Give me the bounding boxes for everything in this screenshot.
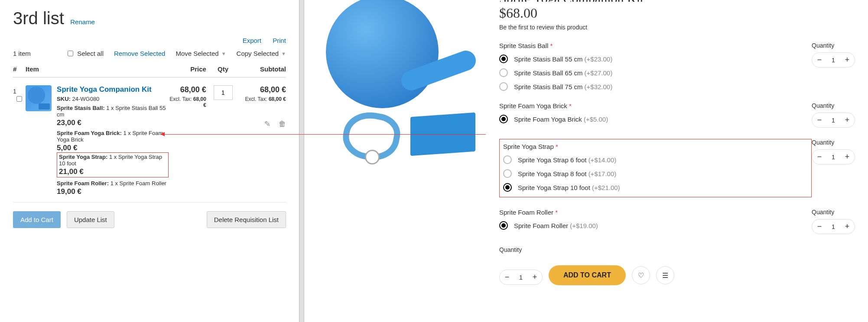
bundle-label: Sprite Foam Yoga Brick: [57, 130, 122, 136]
minus-icon[interactable]: − [816, 152, 822, 161]
sku-value: 24-WG080 [72, 96, 99, 102]
wishlist-button[interactable]: ♡ [632, 266, 650, 284]
product-price: $68.00 [499, 5, 855, 21]
radio-icon[interactable] [499, 55, 508, 63]
move-selected[interactable]: Move Selected [176, 50, 218, 57]
option-block: Sprite Yoga Strap *Sprite Yoga Strap 6 f… [499, 139, 855, 197]
export-link[interactable]: Export [243, 37, 261, 44]
quantity-value: 1 [830, 56, 836, 64]
option-radio-row[interactable]: Sprite Stasis Ball 75 cm (+$32.00) [499, 82, 812, 91]
radio-icon[interactable] [503, 183, 512, 192]
compare-button[interactable]: ☰ [656, 266, 674, 284]
radio-icon[interactable] [503, 155, 512, 164]
plus-icon[interactable]: + [844, 152, 850, 161]
remove-selected[interactable]: Remove Selected [114, 50, 165, 57]
product-thumbnail [26, 85, 52, 111]
chevron-down-icon[interactable]: ▼ [281, 51, 286, 56]
plus-icon[interactable]: + [844, 222, 850, 231]
select-all[interactable]: Select all [66, 49, 104, 58]
minus-icon[interactable]: − [816, 222, 822, 231]
bundle-price: 5,00 € [57, 144, 169, 152]
delete-icon[interactable]: 🗑 [279, 120, 286, 128]
option-radio-row[interactable]: Sprite Stasis Ball 55 cm (+$23.00) [499, 55, 812, 63]
table-row: 1 Sprite Yoga Companion Kit SKU: 24-WG08… [13, 77, 286, 196]
annotation-arrow [163, 134, 486, 135]
option-block: Sprite Foam Roller *Sprite Foam Roller (… [499, 209, 855, 234]
minus-icon[interactable]: − [816, 116, 822, 125]
print-link[interactable]: Print [273, 37, 286, 44]
option-label: Sprite Yoga Strap 6 foot (+$14.00) [518, 156, 616, 164]
col-qty: Qty [206, 65, 240, 73]
bundle-value: 1 x Sprite Foam Roller [111, 180, 166, 187]
quantity-stepper[interactable]: − 1 + [499, 270, 543, 285]
quantity-value: 1 [830, 153, 836, 161]
page-title: 3rd list [13, 9, 64, 28]
product-title: Sprite Yoga Companion Kit [499, 0, 855, 2]
option-radio-row[interactable]: Sprite Yoga Strap 8 foot (+$17.00) [503, 169, 808, 178]
quantity-stepper[interactable]: −1+ [812, 113, 855, 128]
option-radio-row[interactable]: Sprite Yoga Strap 6 foot (+$14.00) [503, 155, 808, 164]
rename-link[interactable]: Rename [70, 18, 95, 26]
copy-selected[interactable]: Copy Selected [237, 50, 279, 57]
option-label: Sprite Foam Yoga Brick (+$5.00) [514, 116, 608, 123]
update-list-button[interactable]: Update List [67, 211, 114, 228]
requisition-list-panel: 3rd list Rename Export Print 1 item Sele… [0, 0, 299, 322]
quantity-label: Quantity [812, 42, 855, 49]
option-radio-row[interactable]: Sprite Foam Yoga Brick (+$5.00) [499, 115, 812, 123]
option-label: Sprite Yoga Strap 8 foot (+$17.00) [518, 170, 616, 177]
table-header: # Item Price Qty Subtotal [13, 58, 286, 77]
add-to-cart-button[interactable]: Add to Cart [13, 211, 61, 228]
chevron-down-icon[interactable]: ▼ [221, 51, 226, 56]
option-title: Sprite Yoga Strap * [503, 143, 808, 150]
minus-icon[interactable]: − [504, 273, 510, 282]
option-label: Sprite Stasis Ball 55 cm (+$23.00) [514, 55, 612, 63]
option-title: Sprite Stasis Ball * [499, 42, 812, 49]
quantity-stepper[interactable]: −1+ [812, 149, 855, 164]
radio-icon[interactable] [499, 115, 508, 123]
row-number: 1 [13, 88, 16, 95]
quantity-label: Quantity [812, 102, 855, 109]
radio-icon[interactable] [499, 221, 508, 230]
add-to-cart-button[interactable]: ADD TO CART [549, 265, 626, 285]
option-label: Sprite Foam Roller (+$19.00) [514, 222, 598, 229]
row-price: 68,00 € [169, 85, 206, 94]
bundle-price: 19,00 € [57, 187, 169, 196]
quantity-label: Quantity [812, 139, 855, 146]
minus-icon[interactable]: − [816, 55, 822, 64]
review-link[interactable]: Be the first to review this product [499, 24, 855, 31]
quantity-stepper[interactable]: −1+ [812, 52, 855, 68]
bundle-price: 21,00 € [59, 167, 166, 176]
radio-icon[interactable] [499, 68, 508, 77]
col-num: # [13, 65, 26, 73]
col-item: Item [26, 65, 169, 73]
plus-icon[interactable]: + [844, 116, 850, 125]
row-subtotal: 68,00 € [240, 85, 286, 94]
radio-icon[interactable] [503, 169, 512, 178]
option-radio-row[interactable]: Sprite Yoga Strap 10 foot (+$21.00) [503, 183, 808, 192]
excl-label: Excl. Tax: [245, 96, 267, 102]
quantity-value: 1 [830, 223, 836, 230]
product-name[interactable]: Sprite Yoga Companion Kit [57, 85, 169, 94]
quantity-stepper[interactable]: −1+ [812, 219, 855, 234]
bundle-label: Sprite Yoga Strap: [59, 154, 107, 160]
select-all-checkbox[interactable] [68, 51, 73, 56]
plus-icon[interactable]: + [532, 273, 538, 282]
option-title: Sprite Foam Yoga Brick * [499, 102, 812, 109]
plus-icon[interactable]: + [844, 55, 850, 64]
col-price: Price [169, 65, 206, 73]
option-radio-row[interactable]: Sprite Stasis Ball 65 cm (+$27.00) [499, 68, 812, 77]
row-checkbox[interactable] [16, 96, 22, 102]
option-block: Sprite Stasis Ball *Sprite Stasis Ball 5… [499, 42, 855, 91]
option-label: Sprite Stasis Ball 75 cm (+$32.00) [514, 83, 612, 90]
option-radio-row[interactable]: Sprite Foam Roller (+$19.00) [499, 221, 812, 230]
highlighted-bundle: Sprite Yoga Strap: 1 x Sprite Yoga Strap… [57, 152, 169, 177]
qty-input[interactable] [214, 85, 233, 100]
bundle-label: Sprite Foam Roller: [57, 180, 109, 187]
quantity-label: Quantity [812, 209, 855, 216]
edit-icon[interactable]: ✎ [264, 120, 270, 128]
product-sku: SKU 24-WG080 [815, 0, 855, 0]
radio-icon[interactable] [499, 82, 508, 91]
option-title: Sprite Foam Roller * [499, 209, 812, 216]
sku-label: SKU: [57, 96, 71, 102]
delete-list-button[interactable]: Delete Requisition List [207, 211, 286, 228]
